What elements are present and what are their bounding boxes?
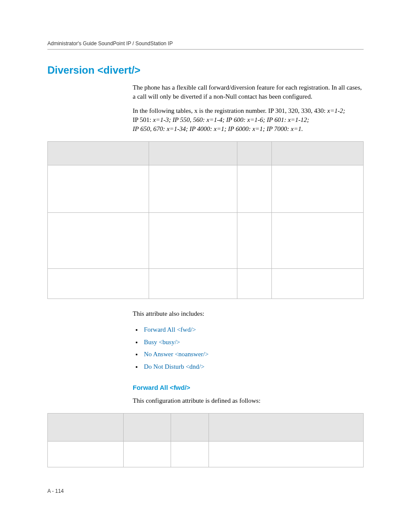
t2-r0-c2 [123, 442, 171, 467]
t1-r2-c2 [149, 269, 237, 299]
table-row [48, 213, 364, 269]
p2-l2a: IP 501: [133, 116, 153, 123]
t1-r0-c1 [48, 165, 149, 213]
list-item: No Answer <noanswer/> [142, 348, 364, 361]
list-item: Busy <busy/> [142, 336, 364, 348]
subsection-title: Forward All <fwd/> [133, 383, 364, 392]
t1-r1-c4 [272, 213, 364, 269]
t1-r1-c1 [48, 213, 149, 269]
t1-h2 [149, 142, 237, 165]
intro-paragraph-2: In the following tables, x is the regist… [133, 106, 364, 134]
page-number: A - 114 [47, 488, 64, 494]
list-item: Do Not Disturb <dnd/> [142, 361, 364, 373]
intro-block: The phone has a flexible call forward/di… [133, 83, 364, 134]
also-includes-block: This attribute also includes: Forward Al… [133, 309, 364, 405]
also-intro: This attribute also includes: [133, 309, 364, 318]
link-busy[interactable]: Busy <busy/> [144, 339, 180, 345]
table-row [48, 165, 364, 213]
t2-h4 [209, 414, 363, 442]
t1-h3 [237, 142, 272, 165]
t1-r1-c3 [237, 213, 272, 269]
table-row [48, 269, 364, 299]
attribute-table-1 [47, 141, 364, 299]
page: Administrator's Guide SoundPoint IP / So… [0, 0, 411, 532]
t2-r0-c1 [48, 442, 124, 467]
t1-r2-c1 [48, 269, 149, 299]
t1-r1-c2 [149, 213, 237, 269]
intro-paragraph-1: The phone has a flexible call forward/di… [133, 83, 364, 101]
table-row [48, 442, 364, 467]
attribute-table-2 [47, 413, 364, 467]
t2-h3 [171, 414, 209, 442]
link-fwd[interactable]: Forward All <fwd/> [144, 326, 196, 333]
t2-h1 [48, 414, 124, 442]
link-noanswer[interactable]: No Answer <noanswer/> [144, 351, 209, 358]
also-list: Forward All <fwd/> Busy <busy/> No Answe… [133, 324, 364, 373]
list-item: Forward All <fwd/> [142, 324, 364, 336]
t2-r0-c3 [171, 442, 209, 467]
subsection-desc: This configuration attribute is defined … [133, 396, 364, 405]
t1-r0-c4 [272, 165, 364, 213]
t2-r0-c4 [209, 442, 363, 467]
t1-r2-c3 [237, 269, 272, 299]
t2-h2 [123, 414, 171, 442]
running-header: Administrator's Guide SoundPoint IP / So… [47, 40, 364, 50]
t1-h1 [48, 142, 149, 165]
t1-r0-c3 [237, 165, 272, 213]
t1-r0-c2 [149, 165, 237, 213]
t1-h4 [272, 142, 364, 165]
table-header-row [48, 414, 364, 442]
p2-r1: x=1-2; [327, 107, 345, 114]
section-title: Diversion <divert/> [47, 64, 364, 76]
table-header-row [48, 142, 364, 165]
p2-l3: IP 650, 670: x=1-34; IP 4000: x=1; IP 60… [133, 125, 303, 132]
t1-r2-c4 [272, 269, 364, 299]
p2-l2b: x=1-3; IP 550, 560: x=1-4; IP 600: x=1-6… [153, 116, 309, 123]
link-dnd[interactable]: Do Not Disturb <dnd/> [144, 363, 205, 370]
p2-prefix: In the following tables, x is the regist… [133, 107, 327, 114]
